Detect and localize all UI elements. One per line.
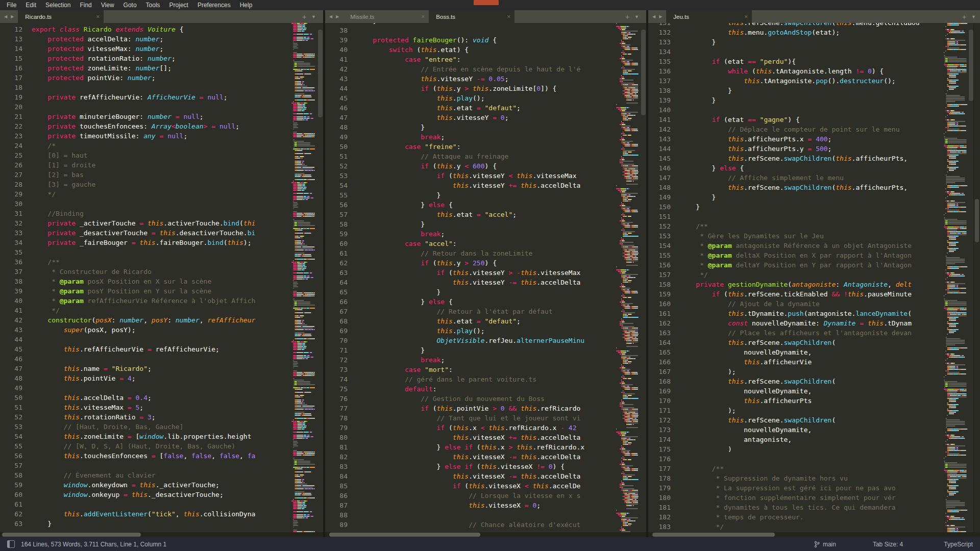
code-line[interactable]: 38: [325, 26, 614, 35]
code-line[interactable]: 79 if (this.x < this.refRicardo.x - 42: [325, 423, 614, 433]
code-line[interactable]: 56 this.touchesEnfoncees = [false, false…: [0, 451, 290, 461]
code-line[interactable]: 38 * @param posX Position en X sur la sc…: [0, 277, 290, 286]
code-line[interactable]: 29 */: [0, 189, 290, 199]
code-line[interactable]: 22 private touchesEnfoncees: Array<boole…: [0, 121, 290, 131]
pane-2-minimap[interactable]: [614, 23, 646, 532]
code-line[interactable]: 39 protected faireBouger(): void {: [325, 35, 614, 45]
menu-item-file[interactable]: File: [2, 2, 21, 9]
code-line[interactable]: 19 private refAfficheurVie: AfficheurVie…: [0, 92, 290, 102]
code-line[interactable]: 59 window.onkeydown = this._activerTouch…: [0, 480, 290, 490]
code-line[interactable]: 53 if (this.vitesseY < this.vitesseMax: [325, 171, 614, 181]
code-line[interactable]: 77 if (this.pointVie > 0 && this.refRica…: [325, 404, 614, 413]
code-line[interactable]: 141 if (etat == "gagne") {: [648, 115, 941, 124]
window-vscrollbar[interactable]: [973, 23, 980, 532]
pane-1-minimap-scrollbar[interactable]: [318, 30, 323, 117]
code-line[interactable]: 152 /**: [648, 221, 941, 231]
code-line[interactable]: 51 // Attaque au freinage: [325, 152, 614, 161]
code-line[interactable]: 17 protected pointVie: number;: [0, 73, 290, 83]
code-line[interactable]: 34 private _faireBouger = this.faireBoug…: [0, 238, 290, 247]
code-line[interactable]: 56 } else {: [325, 200, 614, 210]
code-line[interactable]: 78 // Tant que lui et le joueur sont vi: [325, 413, 614, 423]
code-line[interactable]: 143 this.afficheurPts.x = 400;: [648, 134, 941, 144]
tab-boss-ts[interactable]: Boss.ts×: [429, 10, 514, 23]
code-line[interactable]: 68 this.etat = "defaut";: [325, 316, 614, 326]
code-line[interactable]: 45 this.play();: [325, 93, 614, 103]
code-line[interactable]: 61: [0, 499, 290, 509]
tab-scroll-right-icon[interactable]: ▶: [11, 14, 14, 19]
code-line[interactable]: 66 } else {: [325, 297, 614, 307]
code-line[interactable]: 57: [0, 461, 290, 470]
code-line[interactable]: 174 antagoniste,: [648, 435, 941, 444]
code-line[interactable]: 55 }: [325, 190, 614, 200]
code-line[interactable]: 149 }: [648, 192, 941, 202]
code-line[interactable]: 35: [0, 247, 290, 257]
code-line[interactable]: 37 * Constructeur de Ricardo: [0, 267, 290, 277]
code-line[interactable]: 172 this.refScene.swapChildren(: [648, 415, 941, 425]
menu-item-preferences[interactable]: Preferences: [193, 2, 235, 9]
code-line[interactable]: 151: [648, 212, 941, 221]
tab-close-icon[interactable]: ×: [96, 14, 100, 20]
code-line[interactable]: 74 // géré dans le parent voiture.ts: [325, 374, 614, 384]
pane-1-content[interactable]: 12export class Ricardo extends Voiture {…: [0, 23, 323, 532]
code-line[interactable]: 82 this.vitesseX -= this.accelDelta: [325, 452, 614, 462]
code-line[interactable]: 40 * @param refAfficheurVie Référence à …: [0, 296, 290, 306]
new-tab-icon[interactable]: +: [625, 13, 629, 21]
code-line[interactable]: 54 this.zoneLimite = [window.lib.propert…: [0, 432, 290, 441]
pane-2-hscrollbar[interactable]: [325, 532, 646, 537]
code-line[interactable]: 58 }: [325, 219, 614, 229]
pane-2-editor[interactable]: 37 }3839 protected faireBouger(): void {…: [325, 23, 614, 532]
code-line[interactable]: 63 if (this.vitesseY > -this.vitesseMax: [325, 268, 614, 278]
tab-list-chevron-icon[interactable]: ▼: [971, 14, 976, 19]
code-line[interactable]: 154 * @param antagoniste Référence à un …: [648, 241, 941, 251]
menu-item-view[interactable]: View: [96, 2, 119, 9]
code-line[interactable]: 49 break;: [325, 132, 614, 142]
new-tab-icon[interactable]: +: [302, 13, 306, 21]
code-line[interactable]: 48 this.pointVie = 4;: [0, 373, 290, 383]
tab-list-chevron-icon[interactable]: ▼: [634, 14, 639, 19]
code-line[interactable]: 60 case "accel":: [325, 239, 614, 248]
code-line[interactable]: 164 this.refScene.swapChildren(: [648, 338, 941, 347]
code-line[interactable]: 85 if (this.vitesseX < this.accelDe: [325, 481, 614, 491]
code-line[interactable]: 173 nouvelleDynamite,: [648, 425, 941, 435]
menu-item-goto[interactable]: Goto: [119, 2, 141, 9]
menu-item-edit[interactable]: Edit: [21, 2, 41, 9]
code-line[interactable]: 144 this.afficheurPts.y = 500;: [648, 144, 941, 154]
code-line[interactable]: 33 private _desactiverTouche = this.desa…: [0, 228, 290, 238]
code-line[interactable]: 52 if (this.y < 600) {: [325, 161, 614, 171]
code-line[interactable]: 89 // Chance aléatoire d'exécut: [325, 520, 614, 530]
code-line[interactable]: 70 ObjetVisible.refJeu.alternerPauseMinu: [325, 336, 614, 345]
code-line[interactable]: 170 this.afficheurPts: [648, 396, 941, 406]
code-line[interactable]: 182 * temps de processeur.: [648, 512, 941, 522]
code-line[interactable]: 27 [2] = bas: [0, 170, 290, 180]
code-line[interactable]: 169 nouvelleDynamite,: [648, 386, 941, 396]
code-line[interactable]: 44 if (this.y > this.zoneLimite[0]) {: [325, 84, 614, 93]
code-line[interactable]: 44: [0, 335, 290, 344]
tab-jeu-ts[interactable]: Jeu.ts×: [666, 10, 752, 23]
pane-1-editor[interactable]: 12export class Ricardo extends Voiture {…: [0, 23, 290, 532]
code-line[interactable]: 176: [648, 454, 941, 464]
code-line[interactable]: 61 // Retour dans la zoneLimite: [325, 248, 614, 258]
menu-item-help[interactable]: Help: [235, 2, 257, 9]
code-line[interactable]: 46: [0, 354, 290, 364]
code-line[interactable]: 26 [1] = droite: [0, 160, 290, 170]
code-line[interactable]: 47 this.name = "Ricardo";: [0, 364, 290, 373]
code-line[interactable]: 181 * dynamites à tous les tics. Ce qui …: [648, 503, 941, 512]
code-line[interactable]: 179 * La suppression est géré ici pour n…: [648, 483, 941, 493]
code-line[interactable]: 60 window.onkeyup = this._desactiverTouc…: [0, 490, 290, 499]
code-line[interactable]: 161 this.tDynamite.push(antagoniste.lanc…: [648, 309, 941, 318]
tab-scroll-right-icon[interactable]: ▶: [659, 14, 662, 19]
code-line[interactable]: 140: [648, 105, 941, 115]
code-line[interactable]: 63 }: [0, 519, 290, 529]
code-line[interactable]: 81 } else if (this.x > this.refRicardo.x: [325, 442, 614, 452]
code-line[interactable]: 42 // Entrée en scène depuis le haut de …: [325, 64, 614, 74]
code-line[interactable]: 136 while (this.tAntagoniste.length != 0…: [648, 66, 941, 76]
code-line[interactable]: 166 this.afficheurVie: [648, 357, 941, 367]
code-line[interactable]: 137 this.tAntagoniste.pop().destructeur(…: [648, 76, 941, 86]
code-line[interactable]: 180 * fonction supplémentaire simplement…: [648, 493, 941, 503]
code-line[interactable]: 62 if (this.y > 250) {: [325, 258, 614, 268]
pane-3-hscrollbar[interactable]: [648, 532, 980, 537]
code-line[interactable]: 150 }: [648, 202, 941, 212]
code-line[interactable]: 157 */: [648, 270, 941, 280]
code-line[interactable]: 64 this.vitesseY -= this.accelDelta: [325, 278, 614, 287]
window-vscrollbar-thumb[interactable]: [975, 199, 979, 242]
